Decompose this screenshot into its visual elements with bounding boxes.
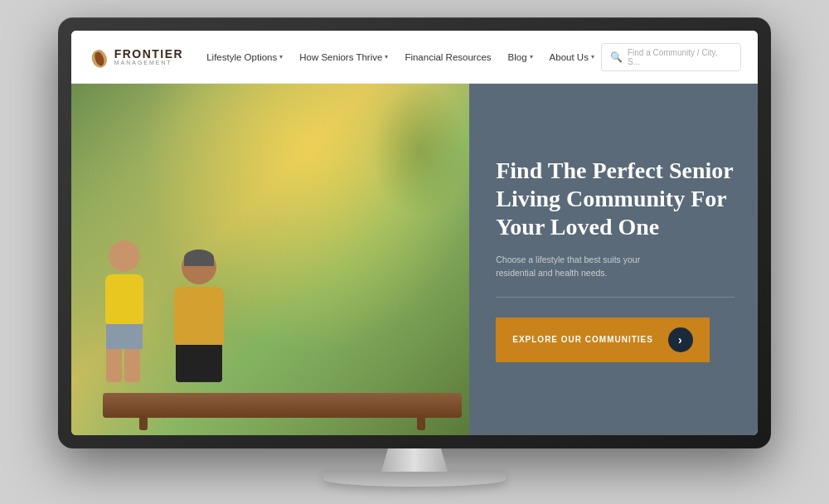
- logo-icon: [88, 46, 111, 69]
- chevron-down-icon: ▾: [530, 53, 533, 61]
- hero-section: Find The Perfect Senior Living Community…: [71, 84, 758, 435]
- child-torso: [105, 274, 143, 324]
- hero-subtitle: Choose a lifestyle that best suits your …: [496, 254, 678, 280]
- hero-cta: EXPLORE OUR COMMUNITIES ›: [496, 317, 710, 362]
- monitor-screen: FRONTIER MANAGEMENT Lifestyle Options ▾ …: [71, 31, 758, 435]
- cta-button-label: EXPLORE OUR COMMUNITIES: [512, 335, 653, 344]
- website: FRONTIER MANAGEMENT Lifestyle Options ▾ …: [71, 31, 758, 435]
- logo[interactable]: FRONTIER MANAGEMENT: [88, 46, 183, 69]
- logo-text: FRONTIER MANAGEMENT: [114, 48, 184, 65]
- hero-content: Find The Perfect Senior Living Community…: [469, 84, 758, 435]
- nav-about-us[interactable]: About Us ▾: [543, 47, 601, 67]
- cta-arrow-icon: ›: [668, 327, 693, 352]
- monitor-stand-base: [323, 472, 506, 487]
- search-box[interactable]: 🔍 Find a Community / City, S...: [601, 43, 741, 71]
- hero-divider: [496, 297, 734, 298]
- monitor: FRONTIER MANAGEMENT Lifestyle Options ▾ …: [58, 17, 771, 448]
- hero-image: [71, 84, 469, 435]
- search-placeholder-text: Find a Community / City, S...: [628, 48, 732, 66]
- child-figure: [91, 240, 158, 382]
- elder-head: [182, 250, 216, 284]
- search-icon: 🔍: [610, 51, 623, 63]
- monitor-stand-neck: [381, 448, 448, 472]
- nav-items: Lifestyle Options ▾ How Seniors Thrive ▾…: [200, 47, 601, 67]
- navbar: FRONTIER MANAGEMENT Lifestyle Options ▾ …: [71, 31, 758, 84]
- chevron-down-icon: ▾: [385, 53, 388, 61]
- bench: [103, 393, 461, 418]
- scene: FRONTIER MANAGEMENT Lifestyle Options ▾ …: [0, 0, 829, 504]
- logo-tagline: MANAGEMENT: [114, 60, 184, 65]
- hero-title: Find The Perfect Senior Living Community…: [496, 157, 734, 240]
- nav-how-seniors-thrive[interactable]: How Seniors Thrive ▾: [293, 47, 395, 67]
- chevron-down-icon: ▾: [279, 53, 283, 61]
- child-left-leg: [106, 349, 122, 382]
- child-lower: [106, 324, 143, 349]
- nav-blog[interactable]: Blog ▾: [502, 47, 540, 67]
- child-head: [109, 240, 140, 272]
- nav-lifestyle-options[interactable]: Lifestyle Options ▾: [200, 47, 289, 67]
- elder-lower: [176, 345, 222, 382]
- explore-communities-button[interactable]: EXPLORE OUR COMMUNITIES ›: [496, 317, 710, 362]
- monitor-bezel: FRONTIER MANAGEMENT Lifestyle Options ▾ …: [58, 17, 771, 448]
- logo-brand-name: FRONTIER: [114, 48, 184, 60]
- child-right-leg: [124, 349, 140, 382]
- people-figures: [91, 240, 469, 382]
- nav-financial-resources[interactable]: Financial Resources: [398, 47, 497, 67]
- elder-hair: [184, 250, 214, 266]
- elder-figure: [158, 250, 240, 382]
- chevron-down-icon: ▾: [591, 53, 594, 61]
- elder-torso: [174, 287, 224, 345]
- child-legs: [106, 349, 143, 382]
